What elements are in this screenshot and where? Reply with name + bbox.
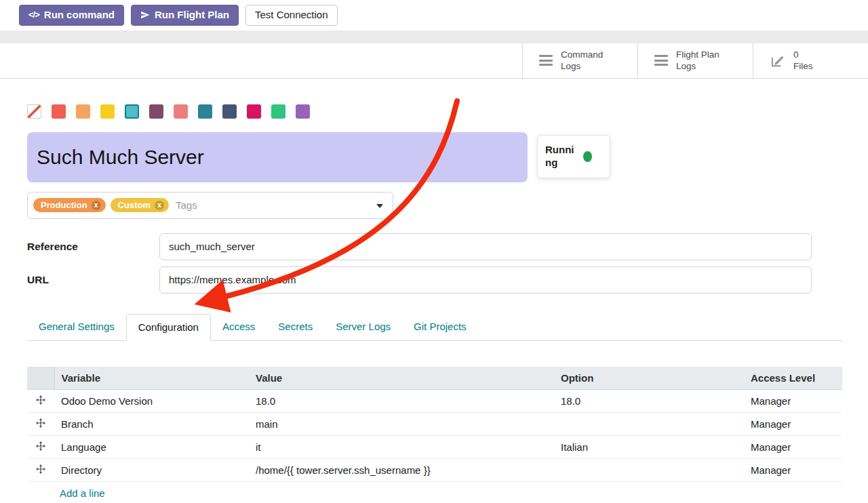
table-row[interactable]: Branch main Manager (27, 413, 842, 436)
chevron-down-icon[interactable] (376, 204, 383, 208)
server-name-value: Such Much Server (37, 146, 204, 169)
files-count: 0 (793, 49, 799, 60)
tag-pill[interactable]: Custom x (111, 198, 169, 212)
command-logs-line1: Command (561, 49, 603, 60)
color-swatch[interactable] (100, 104, 115, 119)
handle-column-header (27, 367, 54, 390)
cell-value[interactable]: it (249, 436, 554, 459)
color-picker (27, 104, 842, 119)
cell-value[interactable]: main (249, 413, 554, 436)
tag-label: Custom (118, 200, 151, 210)
url-value: https://memes.example.com (169, 274, 296, 285)
tags-input[interactable]: Production x Custom x Tags (27, 192, 393, 219)
breadcrumb-band (0, 31, 868, 43)
reference-label: Reference (27, 241, 159, 253)
cell-value[interactable]: 18.0 (249, 390, 554, 413)
add-line-row: Add a line (27, 482, 842, 503)
color-swatch-none[interactable] (27, 104, 41, 119)
top-toolbar: </> Run command Run Flight Plan Test Con… (0, 0, 868, 31)
status-label: Running (545, 144, 578, 169)
tab-general-settings[interactable]: General Settings (27, 314, 126, 341)
table-row[interactable]: Language it Italian Manager (27, 436, 842, 459)
url-label: URL (27, 274, 159, 286)
notebook-tabs: General Settings Configuration Access Se… (27, 314, 842, 341)
tags-placeholder: Tags (176, 199, 197, 211)
cell-variable[interactable]: Odoo Demo Version (54, 390, 249, 413)
cell-variable[interactable]: Branch (54, 413, 249, 436)
run-command-button[interactable]: </> Run command (19, 5, 124, 26)
status-dot-icon (583, 151, 592, 162)
cell-access[interactable]: Manager (744, 413, 842, 436)
drag-handle-icon[interactable] (27, 436, 54, 459)
command-logs-line2: Logs (561, 61, 580, 71)
cell-access[interactable]: Manager (744, 436, 842, 459)
cell-value[interactable]: /home/{{ tower.server.ssh_username }} (249, 459, 554, 482)
code-icon: </> (28, 9, 39, 20)
tab-server-logs[interactable]: Server Logs (324, 314, 402, 341)
table-row[interactable]: Directory /home/{{ tower.server.ssh_user… (27, 459, 842, 482)
stats-header: Command Logs Flight Plan Logs 0 Files (0, 43, 868, 79)
cell-option[interactable] (554, 459, 744, 482)
test-connection-label: Test Connection (255, 9, 328, 22)
col-header-option: Option (554, 367, 744, 390)
run-flight-plan-button[interactable]: Run Flight Plan (131, 5, 239, 26)
tab-access[interactable]: Access (211, 314, 267, 341)
tab-git-projects[interactable]: Git Projects (402, 314, 478, 341)
drag-handle-icon[interactable] (27, 390, 54, 413)
color-swatch[interactable] (174, 104, 188, 119)
url-input[interactable]: https://memes.example.com (159, 266, 812, 294)
add-a-line-link[interactable]: Add a line (60, 487, 105, 499)
files-button[interactable]: 0 Files (753, 43, 868, 78)
color-swatch-selected[interactable] (125, 104, 139, 119)
flight-plan-logs-line1: Flight Plan (676, 49, 719, 60)
remove-tag-icon[interactable]: x (92, 201, 101, 210)
reference-value: such_much_server (169, 241, 255, 252)
command-logs-button[interactable]: Command Logs (522, 43, 637, 78)
test-connection-button[interactable]: Test Connection (245, 5, 338, 26)
flight-plan-logs-line2: Logs (676, 61, 696, 71)
cell-access[interactable]: Manager (744, 390, 842, 413)
tab-secrets[interactable]: Secrets (267, 314, 324, 341)
remove-tag-icon[interactable]: x (155, 201, 164, 210)
server-name-input[interactable]: Such Much Server (27, 132, 528, 182)
color-swatch[interactable] (296, 104, 310, 119)
drag-handle-icon[interactable] (27, 413, 54, 436)
cell-option[interactable]: 18.0 (554, 390, 744, 413)
table-header-row: Variable Value Option Access Level (27, 367, 842, 390)
menu-icon (654, 55, 668, 66)
tag-pill[interactable]: Production x (33, 198, 106, 212)
table-row[interactable]: Odoo Demo Version 18.0 18.0 Manager (27, 390, 842, 413)
color-swatch[interactable] (76, 104, 90, 119)
color-swatch[interactable] (149, 104, 163, 119)
files-label: Files (793, 61, 813, 71)
cell-variable[interactable]: Directory (54, 459, 249, 482)
flight-plan-logs-button[interactable]: Flight Plan Logs (637, 43, 753, 78)
menu-icon (539, 55, 553, 66)
drag-handle-icon[interactable] (27, 459, 54, 482)
tab-configuration[interactable]: Configuration (126, 314, 211, 341)
status-widget[interactable]: Running (537, 135, 610, 178)
col-header-variable: Variable (54, 367, 249, 390)
col-header-value: Value (249, 367, 554, 390)
variables-table: Variable Value Option Access Level Odoo … (27, 367, 842, 503)
run-command-label: Run command (44, 9, 115, 22)
edit-pencil-icon (770, 53, 785, 68)
col-header-access-level: Access Level (744, 367, 842, 390)
tag-label: Production (41, 200, 87, 210)
reference-input[interactable]: such_much_server (159, 233, 812, 260)
cell-variable[interactable]: Language (54, 436, 249, 459)
color-swatch[interactable] (198, 104, 212, 119)
color-swatch[interactable] (271, 104, 285, 119)
paper-plane-icon (140, 10, 150, 20)
color-swatch[interactable] (247, 104, 261, 119)
form-sheet: Such Much Server Running Production x Cu… (0, 104, 868, 503)
cell-option[interactable] (554, 413, 744, 436)
color-swatch[interactable] (222, 104, 237, 119)
cell-option[interactable]: Italian (554, 436, 744, 459)
color-swatch[interactable] (52, 104, 66, 119)
run-flight-plan-label: Run Flight Plan (155, 9, 229, 22)
cell-access[interactable]: Manager (744, 459, 842, 482)
